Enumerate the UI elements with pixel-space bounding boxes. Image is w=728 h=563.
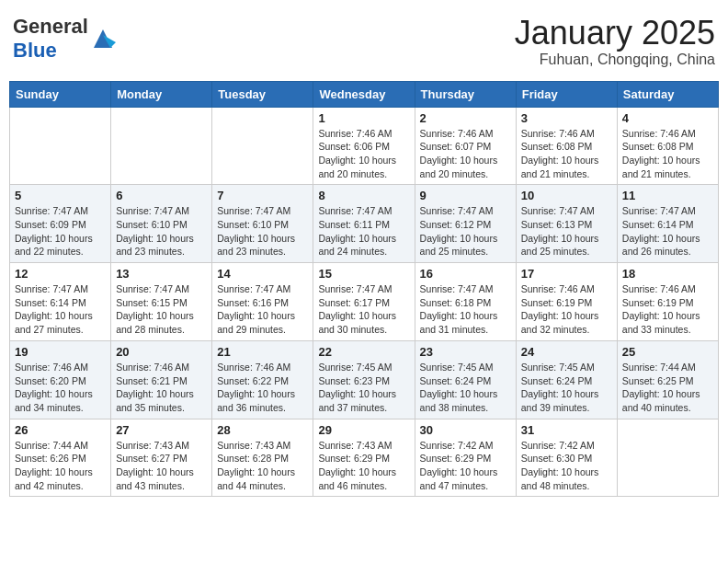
day-number: 12 <box>15 267 106 281</box>
day-header-friday: Friday <box>516 81 617 107</box>
day-header-thursday: Thursday <box>415 81 516 107</box>
day-number: 3 <box>521 111 612 125</box>
calendar-cell: 10Sunrise: 7:47 AM Sunset: 6:13 PM Dayli… <box>516 185 617 263</box>
day-info: Sunrise: 7:46 AM Sunset: 6:06 PM Dayligh… <box>318 127 409 181</box>
calendar-week-5: 26Sunrise: 7:44 AM Sunset: 6:26 PM Dayli… <box>10 419 719 497</box>
day-info: Sunrise: 7:46 AM Sunset: 6:19 PM Dayligh… <box>622 282 713 337</box>
day-number: 26 <box>15 423 106 437</box>
day-number: 28 <box>217 423 308 437</box>
day-info: Sunrise: 7:47 AM Sunset: 6:09 PM Dayligh… <box>15 204 106 259</box>
calendar-cell: 1Sunrise: 7:46 AM Sunset: 6:06 PM Daylig… <box>313 107 415 185</box>
day-info: Sunrise: 7:47 AM Sunset: 6:16 PM Dayligh… <box>217 282 308 337</box>
day-number: 24 <box>521 345 612 359</box>
calendar-cell: 8Sunrise: 7:47 AM Sunset: 6:11 PM Daylig… <box>313 185 415 263</box>
day-number: 5 <box>15 189 106 202</box>
month-title: January 2025 <box>515 15 715 52</box>
calendar-cell: 19Sunrise: 7:46 AM Sunset: 6:20 PM Dayli… <box>10 340 111 419</box>
day-info: Sunrise: 7:47 AM Sunset: 6:18 PM Dayligh… <box>420 282 511 337</box>
day-info: Sunrise: 7:47 AM Sunset: 6:12 PM Dayligh… <box>420 204 511 259</box>
day-number: 27 <box>116 423 207 437</box>
day-number: 10 <box>521 189 612 202</box>
day-info: Sunrise: 7:47 AM Sunset: 6:17 PM Dayligh… <box>318 282 409 337</box>
calendar-cell <box>10 107 111 185</box>
calendar-cell: 27Sunrise: 7:43 AM Sunset: 6:27 PM Dayli… <box>111 419 212 497</box>
day-number: 17 <box>521 267 612 281</box>
day-info: Sunrise: 7:47 AM Sunset: 6:13 PM Dayligh… <box>521 204 612 259</box>
day-header-saturday: Saturday <box>617 81 718 107</box>
calendar-cell: 30Sunrise: 7:42 AM Sunset: 6:29 PM Dayli… <box>415 419 516 497</box>
day-info: Sunrise: 7:46 AM Sunset: 6:19 PM Dayligh… <box>521 282 612 337</box>
day-info: Sunrise: 7:42 AM Sunset: 6:30 PM Dayligh… <box>521 439 612 493</box>
day-number: 23 <box>420 345 511 359</box>
calendar-cell: 11Sunrise: 7:47 AM Sunset: 6:14 PM Dayli… <box>617 185 718 263</box>
day-header-sunday: Sunday <box>10 81 111 107</box>
day-number: 1 <box>318 111 409 125</box>
day-number: 15 <box>318 267 409 281</box>
day-info: Sunrise: 7:46 AM Sunset: 6:21 PM Dayligh… <box>116 361 207 415</box>
logo: General Blue <box>13 15 116 63</box>
calendar-cell: 18Sunrise: 7:46 AM Sunset: 6:19 PM Dayli… <box>617 263 718 341</box>
calendar-cell: 6Sunrise: 7:47 AM Sunset: 6:10 PM Daylig… <box>111 185 212 263</box>
day-number: 29 <box>318 423 409 437</box>
day-number: 31 <box>521 423 612 437</box>
calendar-cell: 12Sunrise: 7:47 AM Sunset: 6:14 PM Dayli… <box>10 263 111 341</box>
calendar-cell: 14Sunrise: 7:47 AM Sunset: 6:16 PM Dayli… <box>212 263 313 341</box>
calendar-cell <box>212 107 313 185</box>
day-info: Sunrise: 7:46 AM Sunset: 6:20 PM Dayligh… <box>15 361 106 415</box>
day-info: Sunrise: 7:43 AM Sunset: 6:29 PM Dayligh… <box>318 439 409 493</box>
logo-icon <box>90 26 116 52</box>
day-header-wednesday: Wednesday <box>313 81 415 107</box>
calendar-cell: 24Sunrise: 7:45 AM Sunset: 6:24 PM Dayli… <box>516 340 617 419</box>
day-info: Sunrise: 7:47 AM Sunset: 6:14 PM Dayligh… <box>622 204 713 259</box>
calendar-cell <box>111 107 212 185</box>
calendar-cell: 17Sunrise: 7:46 AM Sunset: 6:19 PM Dayli… <box>516 263 617 341</box>
day-header-monday: Monday <box>111 81 212 107</box>
calendar-cell: 22Sunrise: 7:45 AM Sunset: 6:23 PM Dayli… <box>313 340 415 419</box>
day-info: Sunrise: 7:46 AM Sunset: 6:07 PM Dayligh… <box>420 127 511 181</box>
calendar-cell: 16Sunrise: 7:47 AM Sunset: 6:18 PM Dayli… <box>415 263 516 341</box>
day-number: 2 <box>420 111 511 125</box>
day-number: 25 <box>622 345 713 359</box>
logo-general: General <box>13 15 88 38</box>
calendar-cell: 25Sunrise: 7:44 AM Sunset: 6:25 PM Dayli… <box>617 340 718 419</box>
calendar-cell: 4Sunrise: 7:46 AM Sunset: 6:08 PM Daylig… <box>617 107 718 185</box>
day-number: 20 <box>116 345 207 359</box>
day-number: 11 <box>622 189 713 202</box>
calendar-cell: 7Sunrise: 7:47 AM Sunset: 6:10 PM Daylig… <box>212 185 313 263</box>
day-info: Sunrise: 7:45 AM Sunset: 6:24 PM Dayligh… <box>420 361 511 415</box>
day-info: Sunrise: 7:43 AM Sunset: 6:27 PM Dayligh… <box>116 439 207 493</box>
day-number: 22 <box>318 345 409 359</box>
calendar-cell: 13Sunrise: 7:47 AM Sunset: 6:15 PM Dayli… <box>111 263 212 341</box>
title-area: January 2025 Fuhuan, Chongqing, China <box>515 15 715 68</box>
calendar-cell: 29Sunrise: 7:43 AM Sunset: 6:29 PM Dayli… <box>313 419 415 497</box>
calendar-cell: 31Sunrise: 7:42 AM Sunset: 6:30 PM Dayli… <box>516 419 617 497</box>
day-info: Sunrise: 7:44 AM Sunset: 6:26 PM Dayligh… <box>15 439 106 493</box>
day-info: Sunrise: 7:46 AM Sunset: 6:08 PM Dayligh… <box>622 127 713 181</box>
day-number: 30 <box>420 423 511 437</box>
calendar-cell: 2Sunrise: 7:46 AM Sunset: 6:07 PM Daylig… <box>415 107 516 185</box>
calendar-cell: 15Sunrise: 7:47 AM Sunset: 6:17 PM Dayli… <box>313 263 415 341</box>
day-info: Sunrise: 7:46 AM Sunset: 6:08 PM Dayligh… <box>521 127 612 181</box>
day-number: 8 <box>318 189 409 202</box>
day-info: Sunrise: 7:46 AM Sunset: 6:22 PM Dayligh… <box>217 361 308 415</box>
day-number: 21 <box>217 345 308 359</box>
calendar-week-2: 5Sunrise: 7:47 AM Sunset: 6:09 PM Daylig… <box>10 185 719 263</box>
day-number: 19 <box>15 345 106 359</box>
day-number: 9 <box>420 189 511 202</box>
calendar-week-3: 12Sunrise: 7:47 AM Sunset: 6:14 PM Dayli… <box>10 263 719 341</box>
calendar-table: SundayMondayTuesdayWednesdayThursdayFrid… <box>9 81 719 498</box>
calendar-cell: 28Sunrise: 7:43 AM Sunset: 6:28 PM Dayli… <box>212 419 313 497</box>
day-info: Sunrise: 7:42 AM Sunset: 6:29 PM Dayligh… <box>420 439 511 493</box>
day-number: 4 <box>622 111 713 125</box>
calendar-cell: 21Sunrise: 7:46 AM Sunset: 6:22 PM Dayli… <box>212 340 313 419</box>
day-info: Sunrise: 7:45 AM Sunset: 6:24 PM Dayligh… <box>521 361 612 415</box>
calendar-cell: 20Sunrise: 7:46 AM Sunset: 6:21 PM Dayli… <box>111 340 212 419</box>
day-info: Sunrise: 7:47 AM Sunset: 6:11 PM Dayligh… <box>318 204 409 259</box>
day-number: 14 <box>217 267 308 281</box>
location-subtitle: Fuhuan, Chongqing, China <box>515 52 715 68</box>
day-info: Sunrise: 7:47 AM Sunset: 6:10 PM Dayligh… <box>116 204 207 259</box>
days-header-row: SundayMondayTuesdayWednesdayThursdayFrid… <box>10 81 719 107</box>
day-number: 7 <box>217 189 308 202</box>
calendar-cell: 5Sunrise: 7:47 AM Sunset: 6:09 PM Daylig… <box>10 185 111 263</box>
day-number: 13 <box>116 267 207 281</box>
